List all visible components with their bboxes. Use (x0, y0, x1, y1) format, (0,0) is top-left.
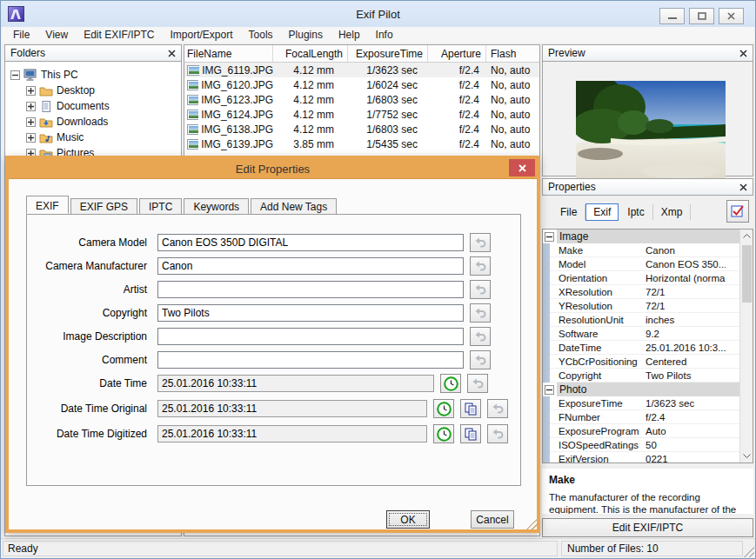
date-time-original-input[interactable] (157, 400, 427, 417)
date-time-input[interactable] (157, 375, 434, 392)
menu-edit-exif-iptc[interactable]: Edit EXIF/IPTC (76, 28, 162, 42)
undo-button[interactable] (487, 399, 508, 418)
tree-item-documents[interactable]: Documents (5, 98, 181, 114)
property-row[interactable]: OrientationHorizontal (normal) (550, 271, 739, 285)
column-exposuretime[interactable]: ExposureTime (348, 45, 428, 62)
tab-keywords[interactable]: Keywords (184, 198, 249, 214)
undo-button[interactable] (470, 233, 491, 252)
expand-icon[interactable] (26, 117, 36, 127)
set-date-button[interactable] (440, 374, 461, 393)
undo-button[interactable] (467, 374, 488, 393)
maximize-icon (698, 12, 706, 20)
column-focallength[interactable]: FocalLength (273, 45, 348, 62)
field-label: Copyright (27, 307, 157, 319)
expand-icon[interactable] (26, 86, 36, 96)
menu-file[interactable]: File (5, 28, 37, 42)
tab-exif[interactable]: Exif (585, 203, 619, 221)
copyright-input[interactable] (157, 304, 464, 322)
resize-grip[interactable] (743, 546, 754, 557)
collapse-icon[interactable] (545, 385, 554, 395)
undo-button[interactable] (470, 350, 491, 369)
property-row[interactable]: ExposureTime1/3623 sec (550, 396, 739, 410)
comment-input[interactable] (157, 351, 464, 369)
tab-xmp[interactable]: Xmp (653, 204, 692, 220)
property-row[interactable]: YResolution72/1 (550, 299, 739, 313)
collapse-icon[interactable] (10, 70, 20, 80)
scroll-down-icon[interactable] (740, 449, 753, 463)
property-row[interactable]: CopyrightTwo Pilots (550, 369, 739, 383)
property-row[interactable]: ISOSpeedRatings50 (550, 438, 739, 452)
edit-exif-iptc-button[interactable]: Edit EXIF/IPTC (542, 518, 753, 537)
tab-add-new-tags[interactable]: Add New Tags (251, 198, 337, 214)
set-date-button[interactable] (433, 424, 454, 443)
minimize-button[interactable] (659, 8, 685, 24)
close-icon[interactable] (168, 50, 176, 57)
menu-plugins[interactable]: Plugins (281, 28, 331, 42)
undo-button[interactable] (470, 256, 491, 276)
expand-icon[interactable] (26, 102, 36, 111)
undo-button[interactable] (470, 303, 491, 323)
ok-button[interactable]: OK (386, 510, 430, 529)
group-header-image[interactable]: Image (543, 230, 739, 243)
copy-date-button[interactable] (460, 399, 481, 418)
property-row[interactable]: YCbCrPositioningCentered (550, 355, 739, 369)
tab-exif-gps[interactable]: EXIF GPS (70, 198, 137, 214)
camera-manufacturer-input[interactable] (157, 257, 464, 275)
close-icon[interactable] (739, 50, 747, 57)
undo-button[interactable] (470, 280, 491, 299)
file-row[interactable]: IMG_6139.JPG 3.85 mm 1/5435 sec f/2.4 No… (184, 136, 539, 151)
maximize-button[interactable] (689, 8, 714, 24)
file-row[interactable]: IMG_6138.JPG 4.12 mm 1/6803 sec f/2.4 No… (184, 122, 539, 136)
column-aperture[interactable]: Aperture (428, 45, 486, 62)
image-description-input[interactable] (157, 328, 464, 345)
close-icon[interactable] (739, 183, 747, 191)
menu-info[interactable]: Info (368, 28, 401, 42)
dialog-close-button[interactable] (509, 159, 535, 176)
file-row[interactable]: IMG_6119.JPG 4.12 mm 1/3623 sec f/2.4 No… (184, 63, 539, 77)
property-row[interactable]: DateTime25.01.2016 10:3... (550, 341, 739, 355)
copy-date-button[interactable] (460, 424, 481, 443)
property-row[interactable]: Software9.2 (550, 327, 739, 341)
cancel-button[interactable]: Cancel (471, 510, 514, 529)
tab-iptc[interactable]: IPTC (139, 198, 182, 214)
menu-help[interactable]: Help (331, 28, 368, 42)
preview-image[interactable] (576, 81, 726, 185)
artist-input[interactable] (157, 281, 464, 298)
property-row[interactable]: ExposureProgramAuto (550, 424, 739, 438)
scroll-up-icon[interactable] (740, 230, 753, 243)
collapse-icon[interactable] (545, 232, 554, 242)
property-row[interactable]: ModelCanon EOS 350... (550, 257, 739, 271)
select-tags-button[interactable] (726, 200, 749, 223)
undo-button[interactable] (470, 327, 491, 346)
undo-icon (474, 237, 486, 248)
scrollbar[interactable] (739, 230, 753, 463)
tree-item-desktop[interactable]: Desktop (5, 83, 181, 98)
expand-icon[interactable] (26, 133, 36, 143)
tab-exif[interactable]: EXIF (26, 196, 69, 214)
camera-model-input[interactable] (157, 234, 464, 251)
date-time-digitized-input[interactable] (157, 425, 427, 443)
property-row[interactable]: FNumberf/2.4 (550, 410, 739, 424)
property-row[interactable]: ResolutionUnitinches (550, 313, 739, 327)
group-header-photo[interactable]: Photo (543, 383, 739, 396)
menu-view[interactable]: View (37, 28, 76, 42)
column-filename[interactable]: FileName (184, 45, 273, 62)
file-row[interactable]: IMG_6123.JPG 4.12 mm 1/6803 sec f/2.4 No… (184, 92, 539, 107)
set-date-button[interactable] (433, 399, 454, 418)
tree-item-downloads[interactable]: Downloads (5, 114, 181, 130)
tab-iptc[interactable]: Iptc (619, 204, 652, 220)
tree-item-this-pc[interactable]: This PC (5, 67, 181, 83)
tree-item-music[interactable]: Music (5, 130, 181, 145)
scrollbar-thumb[interactable] (742, 245, 752, 303)
property-row[interactable]: ExifVersion0221 (550, 452, 739, 463)
tab-file[interactable]: File (552, 204, 585, 220)
close-button[interactable] (719, 8, 744, 24)
property-row[interactable]: MakeCanon (550, 243, 739, 257)
undo-button[interactable] (487, 424, 508, 443)
file-row[interactable]: IMG_6120.JPG 4.12 mm 1/6024 sec f/2.4 No… (184, 77, 539, 92)
column-flash[interactable]: Flash (486, 45, 539, 62)
property-row[interactable]: XResolution72/1 (550, 285, 739, 299)
file-row[interactable]: IMG_6124.JPG 4.12 mm 1/7752 sec f/2.4 No… (184, 107, 539, 122)
menu-tools[interactable]: Tools (241, 28, 281, 42)
menu-import-export[interactable]: Import/Export (163, 28, 241, 42)
